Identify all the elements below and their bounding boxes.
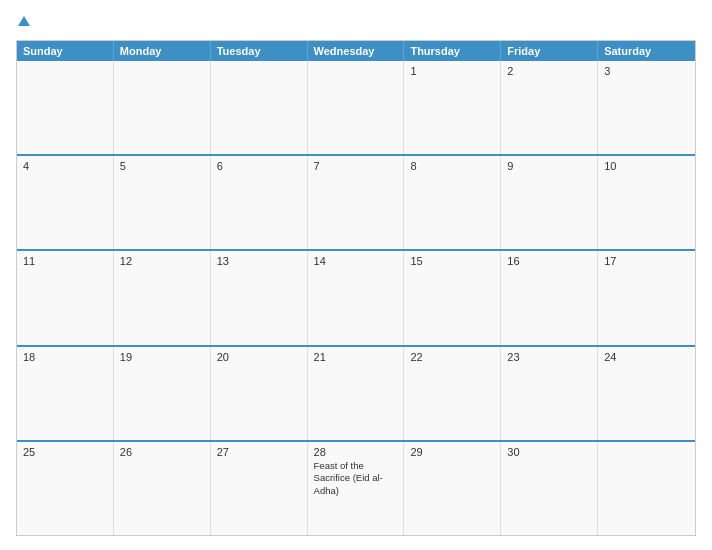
- calendar-cell: 23: [501, 347, 598, 440]
- calendar: SundayMondayTuesdayWednesdayThursdayFrid…: [16, 40, 696, 536]
- calendar-cell: 30: [501, 442, 598, 535]
- calendar-cell: 7: [308, 156, 405, 249]
- calendar-cell: [598, 442, 695, 535]
- calendar-cell: [211, 61, 308, 154]
- header-day-saturday: Saturday: [598, 41, 695, 61]
- calendar-cell: 12: [114, 251, 211, 344]
- calendar-cell: 29: [404, 442, 501, 535]
- day-number: 30: [507, 446, 591, 458]
- day-number: 25: [23, 446, 107, 458]
- calendar-body: 1234567891011121314151617181920212223242…: [17, 61, 695, 535]
- day-number: 18: [23, 351, 107, 363]
- calendar-cell: 8: [404, 156, 501, 249]
- calendar-cell: 11: [17, 251, 114, 344]
- calendar-week-2: 45678910: [17, 156, 695, 251]
- day-number: 7: [314, 160, 398, 172]
- day-number: 14: [314, 255, 398, 267]
- day-number: 6: [217, 160, 301, 172]
- day-number: 11: [23, 255, 107, 267]
- day-number: 23: [507, 351, 591, 363]
- calendar-cell: 28Feast of the Sacrifice (Eid al-Adha): [308, 442, 405, 535]
- calendar-week-4: 18192021222324: [17, 347, 695, 442]
- day-number: 1: [410, 65, 494, 77]
- day-number: 2: [507, 65, 591, 77]
- day-number: 4: [23, 160, 107, 172]
- header-day-thursday: Thursday: [404, 41, 501, 61]
- day-number: 20: [217, 351, 301, 363]
- header-day-tuesday: Tuesday: [211, 41, 308, 61]
- calendar-week-5: 25262728Feast of the Sacrifice (Eid al-A…: [17, 442, 695, 535]
- calendar-cell: 24: [598, 347, 695, 440]
- calendar-cell: 6: [211, 156, 308, 249]
- calendar-cell: [17, 61, 114, 154]
- day-number: 10: [604, 160, 689, 172]
- day-number: 28: [314, 446, 398, 458]
- logo-general-text: [16, 14, 30, 30]
- header-day-wednesday: Wednesday: [308, 41, 405, 61]
- day-number: 9: [507, 160, 591, 172]
- day-number: 27: [217, 446, 301, 458]
- calendar-cell: 22: [404, 347, 501, 440]
- calendar-cell: 15: [404, 251, 501, 344]
- event-label: Feast of the Sacrifice (Eid al-Adha): [314, 460, 398, 497]
- calendar-cell: 20: [211, 347, 308, 440]
- calendar-week-1: 123: [17, 61, 695, 156]
- calendar-cell: 9: [501, 156, 598, 249]
- calendar-cell: 5: [114, 156, 211, 249]
- calendar-cell: 10: [598, 156, 695, 249]
- calendar-header-row: SundayMondayTuesdayWednesdayThursdayFrid…: [17, 41, 695, 61]
- day-number: 5: [120, 160, 204, 172]
- header-day-sunday: Sunday: [17, 41, 114, 61]
- day-number: 12: [120, 255, 204, 267]
- calendar-cell: 19: [114, 347, 211, 440]
- calendar-cell: 25: [17, 442, 114, 535]
- day-number: 24: [604, 351, 689, 363]
- calendar-cell: 1: [404, 61, 501, 154]
- header-day-monday: Monday: [114, 41, 211, 61]
- calendar-cell: 2: [501, 61, 598, 154]
- day-number: 26: [120, 446, 204, 458]
- calendar-cell: 4: [17, 156, 114, 249]
- calendar-cell: 16: [501, 251, 598, 344]
- day-number: 21: [314, 351, 398, 363]
- calendar-cell: 27: [211, 442, 308, 535]
- calendar-cell: 17: [598, 251, 695, 344]
- day-number: 19: [120, 351, 204, 363]
- day-number: 16: [507, 255, 591, 267]
- calendar-cell: [114, 61, 211, 154]
- calendar-cell: 14: [308, 251, 405, 344]
- logo-triangle-icon: [18, 16, 30, 26]
- day-number: 13: [217, 255, 301, 267]
- calendar-cell: [308, 61, 405, 154]
- day-number: 15: [410, 255, 494, 267]
- day-number: 29: [410, 446, 494, 458]
- header: [16, 14, 696, 30]
- logo: [16, 14, 30, 30]
- calendar-cell: 18: [17, 347, 114, 440]
- calendar-cell: 13: [211, 251, 308, 344]
- header-day-friday: Friday: [501, 41, 598, 61]
- day-number: 8: [410, 160, 494, 172]
- calendar-cell: 26: [114, 442, 211, 535]
- day-number: 17: [604, 255, 689, 267]
- page: SundayMondayTuesdayWednesdayThursdayFrid…: [0, 0, 712, 550]
- calendar-week-3: 11121314151617: [17, 251, 695, 346]
- day-number: 3: [604, 65, 689, 77]
- calendar-cell: 21: [308, 347, 405, 440]
- day-number: 22: [410, 351, 494, 363]
- calendar-cell: 3: [598, 61, 695, 154]
